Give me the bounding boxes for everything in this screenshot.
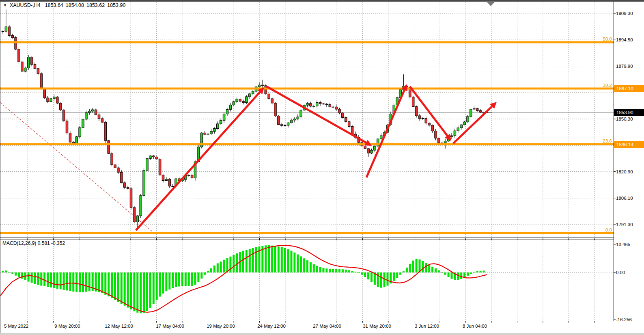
window-bottom-edge [0, 333, 644, 335]
macd-scale-label: 0.00 [616, 270, 625, 275]
symbol-dropdown-icon[interactable]: ▼ [3, 3, 7, 7]
time-axis-label: 9 May 20:00 [54, 324, 80, 329]
fib-236-price-badge: 1836.14 [614, 141, 644, 148]
time-axis-label: 17 May 04:00 [156, 324, 184, 329]
ohlc-close: 1853.90 [107, 2, 125, 8]
time-axis-label: 5 May 2022 [4, 324, 28, 329]
trading-terminal-window: ▼ XAUUSD-,H4 1853.64 1854.08 1853.62 185… [0, 0, 644, 335]
fib-level-label: 50.0 [603, 37, 612, 41]
time-axis-label: 3 Jun 12:00 [415, 324, 439, 329]
fibonacci-lines [0, 42, 614, 233]
price-axis-label: 1806.10 [616, 196, 633, 201]
macd-histogram [2, 245, 485, 313]
time-axis-label: 19 May 20:00 [207, 324, 235, 329]
symbol-timeframe-label: XAUUSD-,H4 [10, 2, 41, 8]
time-axis-label: 8 Jun 04:00 [463, 324, 487, 329]
window-top-edge [0, 0, 644, 2]
price-axis-label: 1894.50 [616, 37, 633, 42]
price-axis-label: 1879.90 [616, 64, 633, 69]
fib-level-label: 23.6 [603, 138, 612, 143]
time-axis-label: 31 May 20:00 [363, 324, 391, 329]
chart-shift-marker [487, 2, 495, 6]
macd-indicator-label: MACD(12,26,9) 0.581 -0.352 [2, 240, 65, 246]
price-axis-label: 1820.90 [616, 169, 633, 174]
time-axis-label: 27 May 04:00 [313, 324, 341, 329]
fib-382-price-badge: 1867.10 [614, 85, 644, 92]
macd-scale-label: 10.465 [616, 242, 630, 247]
time-axis-label: 24 May 12:00 [257, 324, 286, 329]
ohlc-low: 1853.62 [86, 2, 105, 8]
price-axis-label: 1850.30 [616, 117, 633, 121]
chart-header: ▼ XAUUSD-,H4 1853.64 1854.08 1853.62 185… [3, 2, 128, 8]
price-axis-label: 1791.30 [616, 222, 633, 227]
fib-level-label: 0.0 [605, 227, 612, 232]
chart-canvas[interactable] [0, 0, 644, 335]
descending-trendline [0, 102, 155, 234]
macd-scale-label: -16.256 [616, 317, 632, 322]
ohlc-high: 1854.08 [66, 2, 84, 8]
time-axis-label: 12 May 12:00 [105, 324, 133, 329]
current-price-badge: 1853.90 [614, 109, 644, 116]
fib-level-label: 38.2 [603, 83, 612, 88]
price-axis-label: 1909.30 [616, 11, 633, 16]
ohlc-open: 1853.64 [45, 2, 63, 8]
